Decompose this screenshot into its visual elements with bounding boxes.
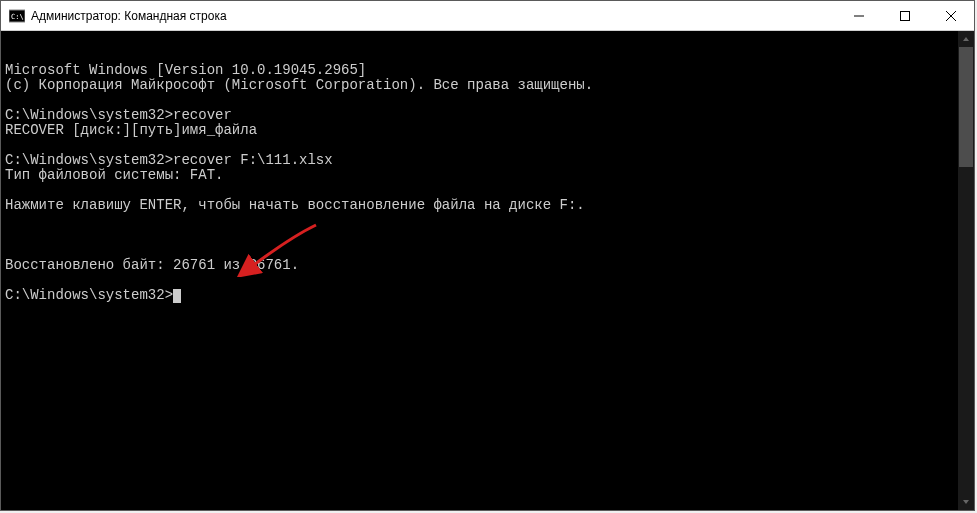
- scroll-up-button[interactable]: [958, 31, 974, 47]
- minimize-button[interactable]: [836, 1, 882, 30]
- terminal-line: [5, 138, 970, 153]
- terminal-output[interactable]: Microsoft Windows [Version 10.0.19045.29…: [1, 31, 974, 510]
- svg-rect-3: [901, 11, 910, 20]
- terminal-line: [5, 243, 970, 258]
- close-button[interactable]: [928, 1, 974, 30]
- app-icon: C:\: [9, 8, 25, 24]
- command-prompt-window: C:\ Администратор: Командная строка Micr…: [0, 0, 975, 511]
- terminal-line: [5, 183, 970, 198]
- terminal-line: RECOVER [диск:][путь]имя_файла: [5, 123, 970, 138]
- terminal-line: C:\Windows\system32>: [5, 288, 970, 303]
- svg-marker-8: [963, 500, 969, 504]
- maximize-button[interactable]: [882, 1, 928, 30]
- terminal-line: C:\Windows\system32>recover: [5, 108, 970, 123]
- window-title: Администратор: Командная строка: [31, 9, 227, 23]
- terminal-line: (c) Корпорация Майкрософт (Microsoft Cor…: [5, 78, 970, 93]
- svg-marker-7: [963, 37, 969, 41]
- terminal-line: [5, 228, 970, 243]
- titlebar[interactable]: C:\ Администратор: Командная строка: [1, 1, 974, 31]
- cursor: [173, 289, 181, 303]
- terminal-line: Восстановлено байт: 26761 из 26761.: [5, 258, 970, 273]
- terminal-line: [5, 213, 970, 228]
- svg-text:C:\: C:\: [11, 13, 24, 21]
- terminal-line: Microsoft Windows [Version 10.0.19045.29…: [5, 63, 970, 78]
- terminal-line: Тип файловой системы: FAT.: [5, 168, 970, 183]
- window-controls: [836, 1, 974, 30]
- vertical-scrollbar[interactable]: [958, 31, 974, 510]
- terminal-line: C:\Windows\system32>recover F:\111.xlsx: [5, 153, 970, 168]
- terminal-line: Нажмите клавишу ENTER, чтобы начать восс…: [5, 198, 970, 213]
- terminal-line: [5, 93, 970, 108]
- scroll-down-button[interactable]: [958, 494, 974, 510]
- scrollbar-thumb[interactable]: [959, 47, 973, 167]
- terminal-line: [5, 273, 970, 288]
